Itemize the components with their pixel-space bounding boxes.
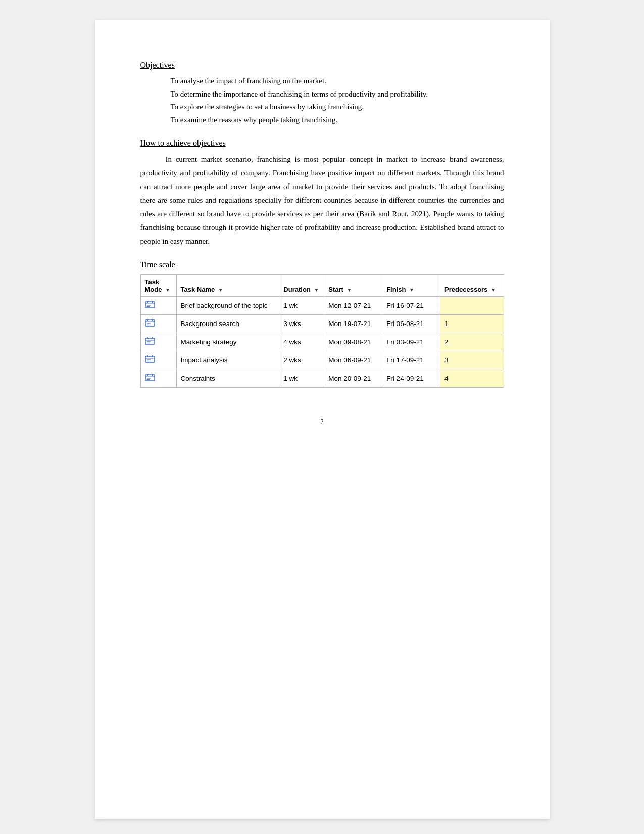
svg-rect-8 xyxy=(147,319,148,321)
predecessors-cell: 3 xyxy=(440,351,504,369)
predecessors-cell: 1 xyxy=(440,315,504,333)
col-header-start: Start ▼ xyxy=(324,275,382,297)
task-name-dropdown-icon[interactable]: ▼ xyxy=(218,287,223,293)
task-mode-cell xyxy=(140,333,176,351)
task-mode-icon xyxy=(145,337,155,345)
start-cell: Mon 20-09-21 xyxy=(324,369,382,388)
task-mode-cell xyxy=(140,315,176,333)
svg-rect-3 xyxy=(152,301,153,303)
duration-cell: 2 wks xyxy=(279,351,324,369)
predecessors-dropdown-icon[interactable]: ▼ xyxy=(491,287,496,293)
start-cell: Mon 06-09-21 xyxy=(324,351,382,369)
task-name-cell: Constraints xyxy=(176,369,279,388)
svg-rect-24 xyxy=(145,375,155,381)
objectives-list: To analyse the impact of franchising on … xyxy=(140,75,504,126)
objective-item: To examine the reasons why people taking… xyxy=(171,114,504,127)
objectives-heading: Objectives xyxy=(140,61,504,70)
table-row: Constraints1 wkMon 20-09-21Fri 24-09-214 xyxy=(140,369,504,388)
start-dropdown-icon[interactable]: ▼ xyxy=(346,287,352,293)
objective-item: To explore the strategies to set a busin… xyxy=(171,101,504,114)
task-name-cell: Marketing strategy xyxy=(176,333,279,351)
task-name-cell: Background search xyxy=(176,315,279,333)
finish-cell: Fri 03-09-21 xyxy=(382,333,440,351)
svg-rect-21 xyxy=(152,355,153,357)
svg-rect-26 xyxy=(147,374,148,376)
table-row: Brief background of the topic1 wkMon 12-… xyxy=(140,297,504,315)
svg-rect-12 xyxy=(145,338,155,344)
how-to-heading: How to achieve objectives xyxy=(140,138,504,148)
start-cell: Mon 12-07-21 xyxy=(324,297,382,315)
predecessors-cell xyxy=(440,297,504,315)
time-scale-section: Time scale TaskMode ▼ Task Name ▼ Durati… xyxy=(140,260,504,388)
how-to-section: How to achieve objectives In current mar… xyxy=(140,138,504,248)
finish-cell: Fri 06-08-21 xyxy=(382,315,440,333)
duration-cell: 4 wks xyxy=(279,333,324,351)
duration-dropdown-icon[interactable]: ▼ xyxy=(314,287,319,293)
task-mode-icon xyxy=(145,319,155,327)
duration-cell: 1 wk xyxy=(279,297,324,315)
task-name-cell: Brief background of the topic xyxy=(176,297,279,315)
col-header-task-name: Task Name ▼ xyxy=(176,275,279,297)
col-header-task-mode: TaskMode ▼ xyxy=(140,275,176,297)
svg-rect-0 xyxy=(145,302,155,308)
task-mode-cell xyxy=(140,351,176,369)
time-scale-heading: Time scale xyxy=(140,260,504,269)
col-header-finish: Finish ▼ xyxy=(382,275,440,297)
predecessors-cell: 4 xyxy=(440,369,504,388)
svg-rect-18 xyxy=(145,356,155,362)
task-mode-cell xyxy=(140,369,176,388)
table-row: Marketing strategy4 wksMon 09-08-21Fri 0… xyxy=(140,333,504,351)
objectives-section: Objectives To analyse the impact of fran… xyxy=(140,61,504,126)
col-header-duration: Duration ▼ xyxy=(279,275,324,297)
start-cell: Mon 09-08-21 xyxy=(324,333,382,351)
task-mode-cell xyxy=(140,297,176,315)
objective-item: To analyse the impact of franchising on … xyxy=(171,75,504,88)
svg-rect-2 xyxy=(147,301,148,303)
page: Objectives To analyse the impact of fran… xyxy=(95,20,550,819)
svg-rect-9 xyxy=(152,319,153,321)
task-mode-icon xyxy=(145,301,155,309)
svg-rect-15 xyxy=(152,337,153,339)
start-cell: Mon 19-07-21 xyxy=(324,315,382,333)
task-mode-icon xyxy=(145,355,155,363)
task-mode-dropdown-icon[interactable]: ▼ xyxy=(165,287,170,293)
duration-cell: 3 wks xyxy=(279,315,324,333)
how-to-paragraph: In current market scenario, franchising … xyxy=(140,153,504,248)
svg-rect-20 xyxy=(147,355,148,357)
finish-cell: Fri 17-09-21 xyxy=(382,351,440,369)
table-row: Background search3 wksMon 19-07-21Fri 06… xyxy=(140,315,504,333)
page-number: 2 xyxy=(140,418,504,426)
table-header-row: TaskMode ▼ Task Name ▼ Duration ▼ Start … xyxy=(140,275,504,297)
finish-cell: Fri 24-09-21 xyxy=(382,369,440,388)
task-name-cell: Impact analysis xyxy=(176,351,279,369)
table-row: Impact analysis2 wksMon 06-09-21Fri 17-0… xyxy=(140,351,504,369)
predecessors-cell: 2 xyxy=(440,333,504,351)
svg-rect-6 xyxy=(145,320,155,326)
finish-cell: Fri 16-07-21 xyxy=(382,297,440,315)
gantt-table: TaskMode ▼ Task Name ▼ Duration ▼ Start … xyxy=(140,274,504,388)
objective-item: To determine the importance of franchisi… xyxy=(171,88,504,101)
task-mode-icon xyxy=(145,374,155,382)
svg-rect-14 xyxy=(147,337,148,339)
duration-cell: 1 wk xyxy=(279,369,324,388)
svg-rect-27 xyxy=(152,374,153,376)
finish-dropdown-icon[interactable]: ▼ xyxy=(409,287,414,293)
col-header-predecessors: Predecessors ▼ xyxy=(440,275,504,297)
